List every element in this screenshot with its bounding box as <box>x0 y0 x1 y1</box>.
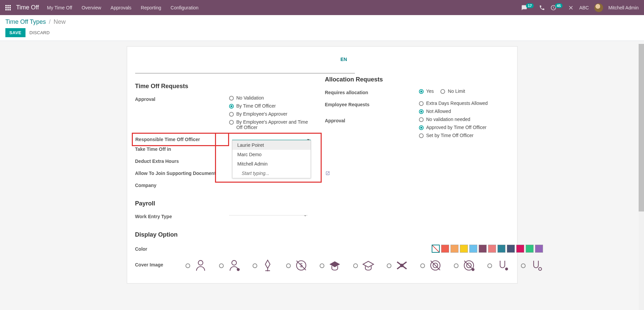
radio-no-validation-needed[interactable]: No validation needed <box>419 117 506 122</box>
cover-option[interactable] <box>454 258 476 272</box>
cover-option[interactable] <box>185 258 208 272</box>
cover-option[interactable] <box>219 258 241 272</box>
form-sheet: EN Time Off Requests Approval No Validat… <box>127 46 518 284</box>
label-requires-allocation: Requires allocation <box>325 88 419 95</box>
label-cover-image: Cover Image <box>135 261 185 267</box>
cover-option[interactable] <box>387 258 409 272</box>
radio-not-allowed[interactable]: Not Allowed <box>419 109 506 114</box>
save-button[interactable]: SAVE <box>5 28 25 37</box>
section-display-option: Display Option <box>135 231 543 238</box>
dropdown-option[interactable]: Marc Demo <box>232 150 311 159</box>
color-swatch[interactable] <box>460 245 468 253</box>
messages-badge: 17 <box>526 3 533 8</box>
breadcrumb-current: New <box>54 18 66 25</box>
phone-icon[interactable] <box>539 5 545 11</box>
activities-icon[interactable]: 45 <box>550 5 562 11</box>
svg-point-16 <box>505 267 508 270</box>
color-swatch[interactable] <box>441 245 449 253</box>
cover-option[interactable] <box>487 258 509 272</box>
color-swatch[interactable] <box>450 245 459 253</box>
color-swatch[interactable] <box>479 245 487 253</box>
scrollbar[interactable] <box>639 44 644 289</box>
breadcrumb: Time Off Types / New <box>5 18 639 25</box>
label-work-entry: Work Entry Type <box>135 212 229 219</box>
svg-point-15 <box>471 268 474 271</box>
user-menu[interactable]: Mitchell Admin <box>608 5 639 10</box>
radio-requires-yes[interactable]: Yes <box>419 88 434 94</box>
svg-point-1 <box>232 260 236 265</box>
avatar[interactable] <box>594 3 603 12</box>
menu-reporting[interactable]: Reporting <box>141 5 161 10</box>
menu-approvals[interactable]: Approvals <box>111 5 131 10</box>
radio-set-by-officer[interactable]: Set by Time Off Officer <box>419 133 506 138</box>
control-panel: Time Off Types / New SAVE DISCARD <box>0 15 644 41</box>
svg-point-2 <box>236 268 239 271</box>
svg-point-8 <box>400 264 404 267</box>
label-responsible-officer: Responsible Time Off Officer <box>136 137 200 142</box>
company-selector[interactable]: ABC <box>579 5 589 10</box>
dropdown-start-typing[interactable]: Start typing... <box>232 169 311 178</box>
svg-point-0 <box>198 260 203 265</box>
menu-configuration[interactable]: Configuration <box>171 5 199 10</box>
color-swatch[interactable] <box>469 245 477 253</box>
color-swatch[interactable] <box>497 245 505 253</box>
color-swatch[interactable] <box>507 245 515 253</box>
discard-button[interactable]: DISCARD <box>30 30 50 35</box>
close-icon[interactable] <box>568 5 574 11</box>
navbar: Time Off My Time Off Overview Approvals … <box>0 0 644 15</box>
cover-option[interactable] <box>353 258 375 272</box>
label-employee-requests: Employee Requests <box>325 101 419 107</box>
color-picker <box>432 245 543 253</box>
app-title[interactable]: Time Off <box>16 4 39 11</box>
messages-icon[interactable]: 17 <box>521 5 533 11</box>
color-swatch[interactable] <box>488 245 496 253</box>
section-allocation-requests: Allocation Requests <box>325 76 506 83</box>
external-link-icon[interactable] <box>325 171 330 177</box>
color-swatch-none[interactable] <box>432 245 440 253</box>
work-entry-select[interactable] <box>229 212 308 215</box>
menu-my-time-off[interactable]: My Time Off <box>47 5 72 10</box>
cover-option[interactable] <box>521 258 543 272</box>
activities-badge: 45 <box>555 3 562 8</box>
color-swatch[interactable] <box>516 245 524 253</box>
cover-option[interactable]: $ <box>286 258 308 272</box>
radio-requires-nolimit[interactable]: No Limit <box>440 88 465 94</box>
label-color: Color <box>135 245 229 252</box>
dropdown-option[interactable]: Mitchell Admin <box>232 159 311 169</box>
cover-option[interactable] <box>253 258 275 272</box>
cover-option[interactable] <box>420 258 442 272</box>
chevron-down-icon <box>304 215 307 216</box>
radio-approved-by-officer[interactable]: Approved by Time Off Officer <box>419 125 506 130</box>
color-swatch[interactable] <box>526 245 534 253</box>
apps-icon[interactable] <box>5 5 11 10</box>
color-swatch[interactable] <box>535 245 543 253</box>
lang-tag[interactable]: EN <box>340 57 347 62</box>
breadcrumb-link[interactable]: Time Off Types <box>5 18 46 25</box>
cover-option[interactable] <box>320 258 342 272</box>
responsible-officer-dropdown[interactable]: Laurie Poiret Marc Demo Mitchell Admin S… <box>215 133 322 183</box>
dropdown-option[interactable]: Laurie Poiret <box>232 140 311 150</box>
section-payroll: Payroll <box>135 200 543 207</box>
menu-overview[interactable]: Overview <box>82 5 101 10</box>
label-approval: Approval <box>135 95 229 102</box>
cover-image-picker: $ <box>185 258 543 272</box>
radio-extra-days[interactable]: Extra Days Requests Allowed <box>419 101 506 106</box>
svg-point-17 <box>538 267 541 270</box>
label-alloc-approval: Approval <box>325 117 419 123</box>
chevron-down-icon <box>307 139 310 140</box>
